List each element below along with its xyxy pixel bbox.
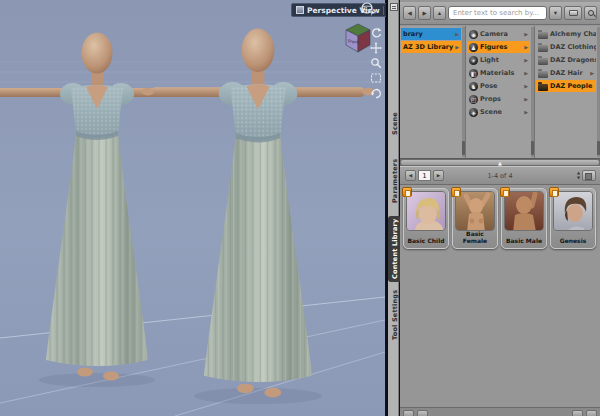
list-item-light[interactable]: ☀ Light ▶ bbox=[467, 54, 530, 66]
list-item-daz-people[interactable]: DAZ People bbox=[536, 80, 596, 92]
list-item-props[interactable]: ◰ Props ▶ bbox=[467, 93, 530, 105]
column-scrollbar[interactable] bbox=[462, 27, 465, 157]
view-mode-toggle[interactable] bbox=[582, 170, 596, 181]
item-label: Scene bbox=[480, 108, 502, 116]
item-label: Materials bbox=[480, 69, 514, 77]
item-label: Camera bbox=[480, 30, 508, 38]
list-item-daz-hair[interactable]: DAZ Hair ▶ bbox=[536, 67, 596, 79]
light-icon: ☀ bbox=[469, 56, 478, 65]
pan-icon[interactable] bbox=[369, 41, 383, 54]
results-range-label: 1-4 of 4 bbox=[487, 172, 512, 180]
view-options-button[interactable] bbox=[564, 6, 582, 20]
list-item-pose[interactable]: ♞ Pose ▶ bbox=[467, 80, 530, 92]
asset-label: Basic Male bbox=[502, 237, 546, 244]
asset-thumbnail bbox=[553, 191, 593, 231]
folder-icon bbox=[538, 71, 548, 78]
item-label: Props bbox=[480, 95, 501, 103]
results-pager: ◀ 1 ▶ 1-4 of 4 ▲ ▼ bbox=[400, 166, 600, 185]
column-scrollbar[interactable] bbox=[531, 27, 534, 157]
chevron-right-icon: ▶ bbox=[524, 70, 528, 76]
3d-viewport[interactable]: Perspective View ▼ Front bbox=[0, 0, 385, 416]
item-label: Pose bbox=[480, 82, 498, 90]
list-item-camera[interactable]: ◉ Camera ▶ bbox=[467, 28, 530, 40]
asset-grid: Basic Child Basic Female bbox=[403, 188, 596, 249]
asset-basic-male[interactable]: Basic Male bbox=[501, 188, 547, 249]
list-item-scene[interactable]: ◈ Scene ▶ bbox=[467, 106, 530, 118]
list-item-daz-clothing[interactable]: DAZ Clothing ▶ bbox=[536, 41, 596, 53]
materials-icon: ◧ bbox=[469, 69, 478, 78]
duf-file-badge-icon bbox=[549, 187, 559, 197]
bottom-menu-button[interactable] bbox=[586, 410, 597, 416]
page-number-field[interactable]: 1 bbox=[418, 170, 431, 181]
item-label: DAZ Dragons bbox=[550, 56, 596, 64]
asset-basic-female[interactable]: Basic Female bbox=[452, 188, 498, 249]
pane-tab-strip: Scene Parameters Content Library Tool Se… bbox=[386, 0, 399, 416]
magnifier-icon bbox=[588, 10, 594, 16]
pane-options-icon[interactable] bbox=[390, 3, 398, 11]
reset-view-icon[interactable] bbox=[369, 86, 383, 99]
library-columns: brary ▶ AZ 3D Library ▶ ◉ Camera ▶ ♟ Fig… bbox=[400, 26, 600, 158]
forward-button[interactable]: ▶ bbox=[418, 6, 431, 20]
folder-icon bbox=[538, 45, 548, 52]
back-arrow-icon: ◀ bbox=[407, 10, 411, 16]
asset-genesis[interactable]: Genesis bbox=[550, 188, 596, 249]
item-label: Light bbox=[480, 56, 499, 64]
pose-icon: ♞ bbox=[469, 82, 478, 91]
chevron-right-icon: ▶ bbox=[524, 57, 528, 63]
add-content-button[interactable] bbox=[403, 410, 414, 416]
chevron-right-icon: ▶ bbox=[524, 31, 528, 37]
scene-render bbox=[0, 0, 385, 416]
folder-icon bbox=[538, 84, 548, 91]
duf-file-badge-icon bbox=[402, 187, 412, 197]
remove-content-button[interactable] bbox=[417, 410, 428, 416]
page-next-button[interactable]: ▶ bbox=[433, 170, 444, 181]
daz-studio-window: Perspective View ▼ Front bbox=[0, 0, 600, 416]
asset-thumbnail bbox=[455, 191, 495, 231]
up-level-button[interactable]: ▲ bbox=[433, 6, 446, 20]
page-prev-button[interactable]: ◀ bbox=[405, 170, 416, 181]
orbit-tool-icon[interactable] bbox=[359, 1, 377, 17]
item-label: DAZ Hair bbox=[550, 69, 583, 77]
zoom-icon[interactable] bbox=[369, 56, 383, 69]
item-label: DAZ Clothing bbox=[550, 43, 596, 51]
size-spinner[interactable]: ▲ ▼ bbox=[577, 171, 580, 180]
list-item-alchemy-chasm[interactable]: Alchemy Chasm bbox=[536, 28, 596, 40]
chevron-right-icon: ▶ bbox=[455, 44, 459, 50]
list-item-daz-dragons[interactable]: DAZ Dragons bbox=[536, 54, 596, 66]
pane-bottom-bar bbox=[400, 407, 600, 416]
bottom-option-button[interactable] bbox=[572, 410, 583, 416]
asset-basic-child[interactable]: Basic Child bbox=[403, 188, 449, 249]
search-input[interactable] bbox=[448, 6, 547, 20]
library-toolbar: ◀ ▶ ▲ ▼ bbox=[400, 2, 600, 25]
scene-icon: ◈ bbox=[469, 108, 478, 117]
columns-horizontal-scrollbar[interactable]: ▲ bbox=[400, 158, 600, 166]
item-label: brary bbox=[403, 30, 423, 38]
list-item-figures[interactable]: ♟ Figures ▶ bbox=[467, 41, 530, 53]
figures-icon: ♟ bbox=[469, 43, 478, 52]
list-item-library[interactable]: brary ▶ bbox=[401, 28, 461, 40]
folder-icon bbox=[538, 32, 548, 39]
list-item-materials[interactable]: ◧ Materials ▶ bbox=[467, 67, 530, 79]
frame-icon[interactable] bbox=[369, 71, 383, 84]
chevron-down-icon: ▼ bbox=[553, 10, 558, 16]
rotate-icon[interactable] bbox=[369, 26, 383, 39]
item-label: DAZ People bbox=[550, 82, 592, 90]
view-selector[interactable]: Perspective View ▼ bbox=[291, 3, 396, 17]
asset-thumbnail bbox=[504, 191, 544, 231]
search-filter-dropdown-button[interactable]: ▼ bbox=[549, 6, 562, 20]
spinner-down-icon[interactable]: ▼ bbox=[577, 176, 580, 181]
asset-label: Basic Female bbox=[453, 230, 497, 244]
prev-arrow-icon: ◀ bbox=[409, 173, 412, 178]
folder-icon bbox=[538, 58, 548, 65]
chevron-right-icon: ▶ bbox=[590, 70, 594, 76]
find-button[interactable] bbox=[584, 6, 597, 20]
item-label: AZ 3D Library bbox=[403, 43, 453, 51]
divider bbox=[383, 6, 384, 15]
camera-icon: ◉ bbox=[469, 30, 478, 39]
column-root: brary ▶ AZ 3D Library ▶ bbox=[400, 26, 466, 158]
asset-thumbnail bbox=[406, 191, 446, 231]
splitter-marker-icon[interactable]: ▲ bbox=[498, 159, 502, 167]
back-button[interactable]: ◀ bbox=[403, 6, 416, 20]
chevron-right-icon: ▶ bbox=[524, 96, 528, 102]
list-item-daz-3d-library[interactable]: AZ 3D Library ▶ bbox=[401, 41, 461, 53]
